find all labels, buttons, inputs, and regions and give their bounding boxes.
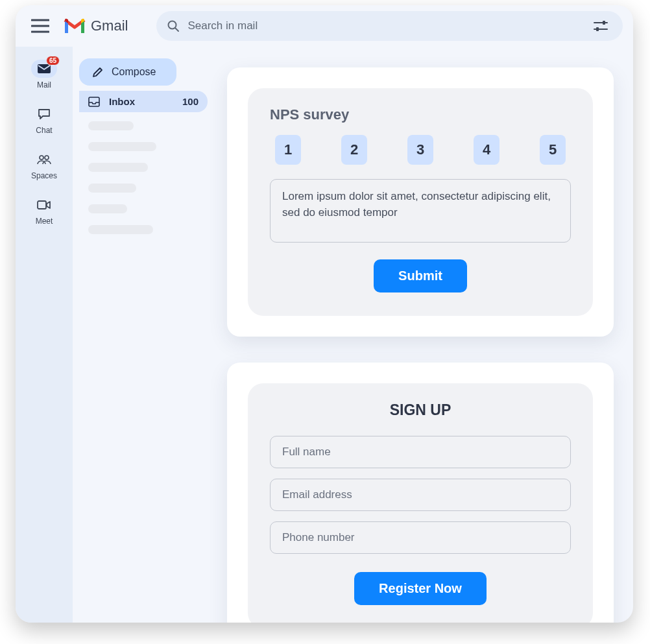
sidebar-item-label: Inbox [109, 96, 135, 107]
nps-panel: NPS survey 1 2 3 4 5 Lorem ipsum dolor s… [248, 88, 593, 316]
gmail-logo[interactable]: Gmail [64, 18, 128, 34]
pencil-icon [92, 66, 104, 78]
search-options-button[interactable] [589, 20, 612, 32]
sidebar: Compose Inbox 100 [73, 47, 208, 623]
hamburger-icon [31, 19, 49, 33]
svg-rect-6 [38, 201, 46, 209]
inbox-icon [88, 97, 100, 107]
product-name: Gmail [91, 18, 128, 34]
search-input[interactable]: Search in mail [187, 19, 581, 32]
svg-point-4 [40, 156, 43, 160]
signup-title: SIGN UP [270, 401, 571, 419]
skeleton [88, 184, 136, 193]
gmail-m-icon [64, 18, 86, 34]
rail-label: Spaces [31, 171, 57, 180]
register-button[interactable]: Register Now [354, 572, 487, 605]
app-rail: 65 Mail Chat Spaces Meet [16, 47, 73, 623]
nps-ratings: 1 2 3 4 5 [270, 135, 571, 165]
rail-item-chat[interactable]: Chat [21, 105, 67, 135]
search-bar[interactable]: Search in mail [156, 11, 623, 41]
nps-comment[interactable]: Lorem ipsum dolor sit amet, consectetur … [270, 179, 571, 243]
svg-point-5 [45, 156, 49, 160]
rail-item-spaces[interactable]: Spaces [21, 150, 67, 180]
compose-button[interactable]: Compose [79, 58, 176, 86]
main-content: NPS survey 1 2 3 4 5 Lorem ipsum dolor s… [208, 47, 633, 623]
signup-panel: SIGN UP Full name Email address Phone nu… [248, 383, 593, 623]
meet-icon [31, 196, 57, 214]
rail-label: Meet [36, 217, 53, 226]
rail-label: Mail [37, 80, 51, 89]
nps-rating-2[interactable]: 2 [341, 135, 367, 165]
nps-card: NPS survey 1 2 3 4 5 Lorem ipsum dolor s… [227, 67, 614, 337]
rail-label: Chat [36, 126, 52, 135]
nps-rating-1[interactable]: 1 [275, 135, 301, 165]
svg-rect-7 [89, 97, 99, 106]
skeleton [88, 163, 148, 172]
app-window: Gmail Search in mail 65 [16, 5, 633, 623]
mail-badge: 65 [46, 56, 60, 66]
skeleton [88, 225, 153, 234]
rail-item-mail[interactable]: 65 Mail [21, 60, 67, 89]
compose-label: Compose [112, 66, 156, 78]
body: 65 Mail Chat Spaces Meet [16, 47, 633, 623]
full-name-field[interactable]: Full name [270, 436, 571, 468]
top-bar: Gmail Search in mail [16, 5, 633, 47]
menu-button[interactable] [26, 12, 54, 40]
svg-rect-1 [603, 21, 605, 25]
tune-icon [594, 20, 608, 32]
rail-item-meet[interactable]: Meet [21, 196, 67, 226]
sidebar-item-inbox[interactable]: Inbox 100 [79, 91, 208, 112]
nps-rating-4[interactable]: 4 [474, 135, 500, 165]
phone-field[interactable]: Phone number [270, 521, 571, 554]
skeleton [88, 142, 156, 151]
skeleton [88, 121, 134, 130]
sidebar-placeholders [79, 117, 208, 234]
skeleton [88, 204, 127, 213]
signup-card: SIGN UP Full name Email address Phone nu… [227, 363, 614, 623]
inbox-count: 100 [182, 96, 199, 107]
chat-icon [31, 105, 57, 123]
nps-submit-button[interactable]: Submit [374, 259, 467, 292]
nps-title: NPS survey [270, 106, 571, 123]
nps-rating-5[interactable]: 5 [540, 135, 566, 165]
svg-point-0 [169, 21, 176, 29]
email-field[interactable]: Email address [270, 479, 571, 511]
svg-rect-2 [596, 27, 599, 31]
search-icon [167, 19, 180, 32]
mail-icon: 65 [31, 60, 57, 78]
spaces-icon [31, 150, 57, 169]
nps-rating-3[interactable]: 3 [407, 135, 433, 165]
